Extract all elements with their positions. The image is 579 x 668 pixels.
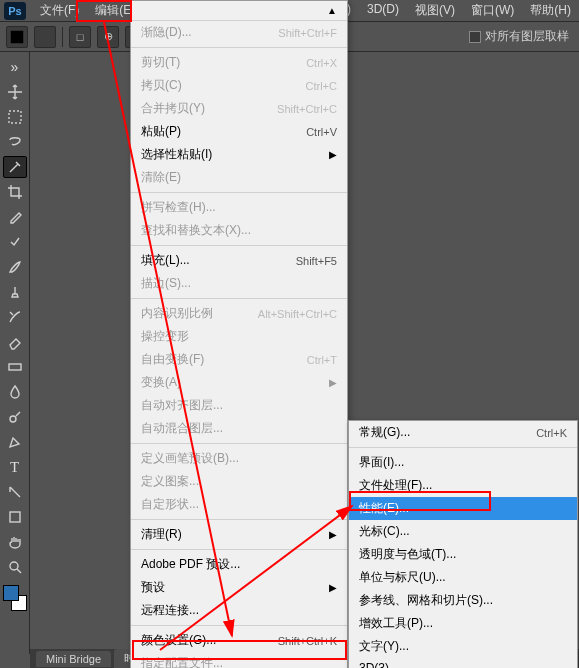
submenu-arrow-icon: ▶ <box>329 149 337 160</box>
hand-tool[interactable] <box>3 531 27 553</box>
menu-window[interactable]: 窗口(W) <box>463 0 522 22</box>
menu-item-label: 合并拷贝(Y) <box>141 100 205 117</box>
menu-separator <box>131 245 347 246</box>
edit-menu-item[interactable]: Adobe PDF 预设... <box>131 553 347 576</box>
menu-item-label: 操控变形 <box>141 328 189 345</box>
menu-3d[interactable]: 3D(D) <box>359 0 407 22</box>
edit-menu-item[interactable]: 选择性粘贴(I)▶ <box>131 143 347 166</box>
blur-tool[interactable] <box>3 381 27 403</box>
magic-wand-tool[interactable] <box>3 156 27 178</box>
edit-menu-item: 自动混合图层... <box>131 417 347 440</box>
edit-menu-item: 指定配置文件... <box>131 652 347 668</box>
pref-menu-item[interactable]: 3D(3)... <box>349 658 577 668</box>
crop-tool[interactable] <box>3 181 27 203</box>
pref-menu-item[interactable]: 光标(C)... <box>349 520 577 543</box>
menu-separator <box>349 447 577 448</box>
brush-tool[interactable] <box>3 256 27 278</box>
menu-file[interactable]: 文件(F) <box>32 0 87 22</box>
menu-item-label: 参考线、网格和切片(S)... <box>359 592 493 609</box>
menu-item-shortcut: Ctrl+V <box>306 126 337 138</box>
menu-separator <box>131 47 347 48</box>
menu-item-label: 自动对齐图层... <box>141 397 223 414</box>
menu-item-label: 自由变换(F) <box>141 351 204 368</box>
pref-menu-item[interactable]: 文字(Y)... <box>349 635 577 658</box>
edit-menu-item[interactable]: 填充(L)...Shift+F5 <box>131 249 347 272</box>
edit-menu-item: 变换(A)▶ <box>131 371 347 394</box>
pref-menu-item[interactable]: 增效工具(P)... <box>349 612 577 635</box>
history-brush-tool[interactable] <box>3 306 27 328</box>
menu-separator <box>131 298 347 299</box>
menu-item-shortcut: Ctrl+T <box>307 354 337 366</box>
menu-item-shortcut: Ctrl+K <box>536 427 567 439</box>
edit-menu-item: 描边(S)... <box>131 272 347 295</box>
svg-rect-0 <box>11 30 24 43</box>
menu-help[interactable]: 帮助(H) <box>522 0 579 22</box>
sample-all-checkbox[interactable] <box>469 31 481 43</box>
menu-item-label: 定义图案... <box>141 473 199 490</box>
edit-menu-item[interactable]: 颜色设置(G)...Shift+Ctrl+K <box>131 629 347 652</box>
tool-preset-button[interactable] <box>6 26 28 48</box>
pref-menu-item[interactable]: 性能(E)... <box>349 497 577 520</box>
menu-item-label: 填充(L)... <box>141 252 190 269</box>
tab-mini-bridge[interactable]: Mini Bridge <box>36 651 111 667</box>
edit-menu-item: 渐隐(D)...Shift+Ctrl+F <box>131 21 347 44</box>
pref-menu-item[interactable]: 界面(I)... <box>349 451 577 474</box>
edit-menu-scroll-up[interactable]: ▲ <box>131 1 347 21</box>
pref-menu-item[interactable]: 透明度与色域(T)... <box>349 543 577 566</box>
edit-menu-item: 清除(E) <box>131 166 347 189</box>
submenu-arrow-icon: ▶ <box>329 582 337 593</box>
menu-item-label: 选择性粘贴(I) <box>141 146 212 163</box>
menu-separator <box>131 443 347 444</box>
eyedropper-tool[interactable] <box>3 206 27 228</box>
app-logo: Ps <box>4 2 26 20</box>
lasso-tool[interactable] <box>3 131 27 153</box>
edit-menu-item[interactable]: 预设▶ <box>131 576 347 599</box>
type-tool[interactable]: T <box>3 456 27 478</box>
svg-rect-1 <box>9 111 21 123</box>
edit-menu-item[interactable]: 清理(R)▶ <box>131 523 347 546</box>
menu-item-label: 变换(A) <box>141 374 181 391</box>
edit-menu-item: 操控变形 <box>131 325 347 348</box>
edit-menu-item: 自动对齐图层... <box>131 394 347 417</box>
menu-item-label: 预设 <box>141 579 165 596</box>
pref-menu-item[interactable]: 常规(G)...Ctrl+K <box>349 421 577 444</box>
collapse-icon[interactable]: » <box>3 56 27 78</box>
fg-color-swatch[interactable] <box>3 585 19 601</box>
edit-menu-item: 拼写检查(H)... <box>131 196 347 219</box>
pref-menu-item[interactable]: 文件处理(F)... <box>349 474 577 497</box>
edit-menu-item[interactable]: 粘贴(P)Ctrl+V <box>131 120 347 143</box>
dodge-tool[interactable] <box>3 406 27 428</box>
edit-menu-item[interactable]: 远程连接... <box>131 599 347 622</box>
edit-menu-item: 定义画笔预设(B)... <box>131 447 347 470</box>
path-tool[interactable] <box>3 481 27 503</box>
menu-item-label: 透明度与色域(T)... <box>359 546 456 563</box>
move-tool[interactable] <box>3 81 27 103</box>
menu-item-label: Adobe PDF 预设... <box>141 556 240 573</box>
sel-add-button[interactable]: ⊕ <box>97 26 119 48</box>
edit-menu-item: 定义图案... <box>131 470 347 493</box>
zoom-tool[interactable] <box>3 556 27 578</box>
wand-mode-button[interactable] <box>34 26 56 48</box>
edit-menu-item: 拷贝(C)Ctrl+C <box>131 74 347 97</box>
healing-tool[interactable] <box>3 231 27 253</box>
pen-tool[interactable] <box>3 431 27 453</box>
gradient-tool[interactable] <box>3 356 27 378</box>
marquee-tool[interactable] <box>3 106 27 128</box>
sel-new-button[interactable]: □ <box>69 26 91 48</box>
svg-point-5 <box>10 562 18 570</box>
shape-tool[interactable] <box>3 506 27 528</box>
eraser-tool[interactable] <box>3 331 27 353</box>
pref-menu-item[interactable]: 单位与标尺(U)... <box>349 566 577 589</box>
menu-view[interactable]: 视图(V) <box>407 0 463 22</box>
menu-item-label: 查找和替换文本(X)... <box>141 222 251 239</box>
color-swatches[interactable] <box>3 585 27 611</box>
menu-item-label: 拷贝(C) <box>141 77 182 94</box>
menu-item-shortcut: Alt+Shift+Ctrl+C <box>258 308 337 320</box>
submenu-arrow-icon: ▶ <box>329 377 337 388</box>
pref-menu-item[interactable]: 参考线、网格和切片(S)... <box>349 589 577 612</box>
submenu-arrow-icon: ▶ <box>329 529 337 540</box>
menu-item-label: 单位与标尺(U)... <box>359 569 446 586</box>
menu-item-shortcut: Shift+Ctrl+C <box>277 103 337 115</box>
menu-item-label: 界面(I)... <box>359 454 404 471</box>
stamp-tool[interactable] <box>3 281 27 303</box>
